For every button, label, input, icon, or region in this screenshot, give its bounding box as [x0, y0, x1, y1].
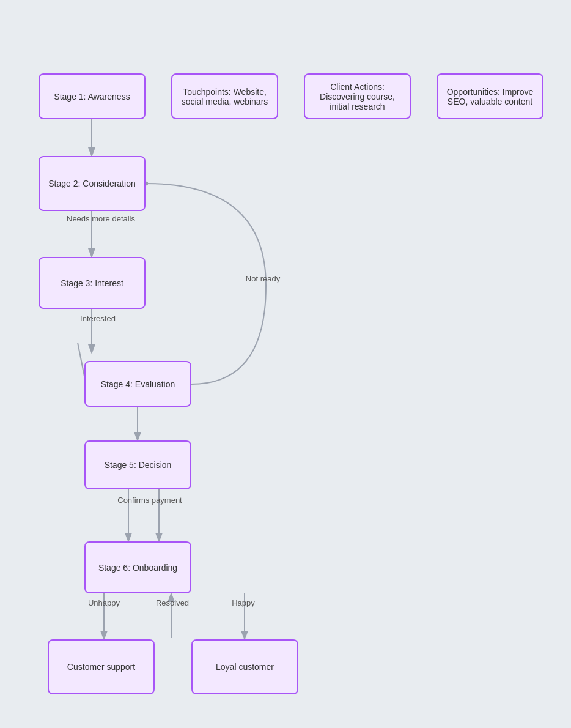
loyal-customer-box: Loyal customer [191, 639, 298, 694]
client-actions-label: Client Actions: Discovering course, init… [311, 82, 403, 111]
stage4-box: Stage 4: Evaluation [84, 361, 191, 407]
diagram-container: Stage 1: Awareness Touchpoints: Website,… [0, 0, 571, 728]
unhappy-label: Unhappy [79, 598, 128, 607]
stage3-box: Stage 3: Interest [39, 257, 146, 309]
touchpoints-box: Touchpoints: Website, social media, webi… [171, 73, 278, 119]
needs-more-details-label: Needs more details [52, 214, 150, 223]
resolved-label: Resolved [148, 598, 197, 607]
stage6-box: Stage 6: Onboarding [84, 541, 191, 593]
stage5-label: Stage 5: Decision [105, 460, 172, 470]
customer-support-box: Customer support [48, 639, 155, 694]
happy-label: Happy [225, 598, 262, 607]
stage3-label: Stage 3: Interest [61, 278, 123, 288]
stage2-label: Stage 2: Consideration [48, 179, 135, 188]
stage1-label: Stage 1: Awareness [54, 92, 130, 102]
customer-support-label: Customer support [67, 662, 135, 672]
touchpoints-label: Touchpoints: Website, social media, webi… [179, 87, 271, 106]
stage2-box: Stage 2: Consideration [39, 156, 146, 211]
not-ready-label: Not ready [238, 274, 287, 283]
stage4-label: Stage 4: Evaluation [101, 379, 175, 389]
stage6-label: Stage 6: Onboarding [98, 563, 177, 573]
loyal-customer-label: Loyal customer [216, 662, 274, 672]
stage5-box: Stage 5: Decision [84, 440, 191, 489]
opportunities-label: Opportunities: Improve SEO, valuable con… [444, 87, 536, 106]
stage1-box: Stage 1: Awareness [39, 73, 146, 119]
confirms-payment-label: Confirms payment [104, 496, 196, 505]
opportunities-box: Opportunities: Improve SEO, valuable con… [437, 73, 543, 119]
client-actions-box: Client Actions: Discovering course, init… [304, 73, 411, 119]
interested-label: Interested [67, 314, 128, 323]
